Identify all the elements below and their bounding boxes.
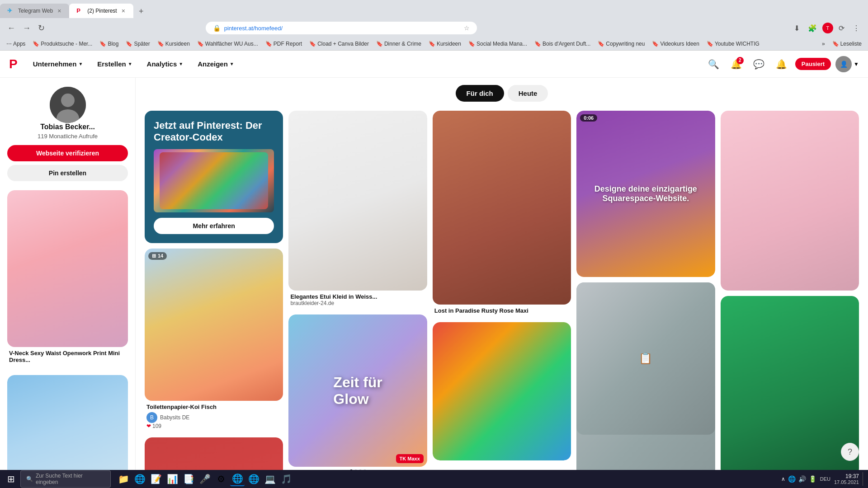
nav-analytics[interactable]: Analytics ▼ [141, 56, 190, 71]
taskbar-app-chrome[interactable]: 🌐 [132, 472, 147, 486]
bookmark-bois[interactable]: 🔖 Bois d'Argent Duft... [532, 40, 593, 48]
nav-erstellen[interactable]: Erstellen ▼ [91, 56, 138, 71]
taskbar-app-music[interactable]: 🎵 [279, 472, 293, 486]
glow-ad-image-container: Zeit fürGlow TK Maxx [288, 314, 427, 467]
notifications-badge: 2 [736, 57, 744, 64]
taskbar-search-label: Zur Suche Text hier eingeben [36, 473, 105, 485]
pinterest-tab-close[interactable]: × [121, 6, 126, 15]
taskbar-app-terminal[interactable]: 💻 [263, 472, 277, 486]
back-button[interactable]: ← [5, 22, 17, 35]
pin-money-gift[interactable]: 📋 Personalized money gift "NIX" for birt… [576, 282, 715, 488]
video-duration-badge: 0:06 [580, 114, 597, 122]
bookmark-kursideen2[interactable]: 🔖 Kursideen [426, 40, 464, 48]
sidebar-image-1 [7, 190, 128, 347]
taskbar-app-browser1[interactable]: 🌐 [230, 472, 245, 486]
systray-volume-icon[interactable]: 🔊 [798, 475, 806, 483]
taskbar-app-word[interactable]: 📝 [149, 472, 163, 486]
white-dress-info: Elegantes Etui Kleid in Weiss... brautkl… [288, 291, 427, 309]
download-button[interactable]: ⬇ [791, 22, 802, 34]
taskbar-search-icon: 🔍 [26, 476, 33, 482]
apps-icon: ⋯ [6, 41, 12, 47]
nav-erstellen-label: Erstellen [97, 60, 126, 68]
bookmark-produktsuche[interactable]: 🔖 Produktsuche - Mer... [30, 40, 95, 48]
avatar-button[interactable]: 👤 ▼ [835, 56, 859, 72]
sync-button[interactable]: ⟳ [836, 22, 847, 34]
taskbar-app-excel[interactable]: 📊 [165, 472, 179, 486]
sidebar-pin-title-1: V-Neck Sexy Waist Openwork Print Mini Dr… [9, 350, 126, 363]
bookmark-youtube[interactable]: 🔖 Youtube WICHTIG [704, 40, 762, 48]
taskbar-app-mic[interactable]: 🎤 [198, 472, 212, 486]
telegram-tab-close[interactable]: × [57, 6, 62, 15]
sidebar-images: V-Neck Sexy Waist Openwork Print Mini Dr… [7, 190, 128, 488]
pin-squarespace[interactable]: Designe deine einzigartige Squarespace-W… [576, 111, 715, 277]
filter-heute[interactable]: Heute [508, 85, 548, 102]
bookmark-spaeter[interactable]: 🔖 Später [123, 40, 152, 48]
bell-button[interactable]: 🔔 [773, 55, 791, 73]
bookmark-canva[interactable]: 🔖 Cload + Canva Bilder [307, 40, 372, 48]
reload-button[interactable]: ↻ [36, 21, 47, 35]
paused-button[interactable]: Pausiert [795, 58, 831, 70]
sidebar-pin-1[interactable]: V-Neck Sexy Waist Openwork Print Mini Dr… [7, 190, 128, 366]
lock-icon: 🔒 [213, 24, 221, 32]
bookmark-apps[interactable]: ⋯ Apps [4, 40, 28, 48]
nav-unternehmen-label: Unternehmen [33, 60, 77, 68]
bookmark-icon-11: 🔖 [534, 41, 541, 47]
pin-green-dress[interactable] [721, 296, 859, 476]
bookmark-blog[interactable]: 🔖 Blog [97, 40, 121, 48]
bookmark-icon-13: 🔖 [652, 41, 659, 47]
bookmark-social-media[interactable]: 🔖 Social Media Mana... [466, 40, 530, 48]
start-button[interactable]: ⊞ [4, 472, 19, 486]
pin-bowls[interactable] [433, 322, 571, 460]
taskbar-app-powerpoint[interactable]: 📑 [181, 472, 196, 486]
taskbar-app-browser2[interactable]: 🌐 [246, 472, 261, 486]
taskbar: ⊞ 🔍 Zur Suche Text hier eingeben 📁 🌐 📝 📊… [0, 470, 868, 488]
bookmark-dinner[interactable]: 🔖 Dinner & Crime [373, 40, 424, 48]
pin-white-dress[interactable]: Elegantes Etui Kleid in Weiss... brautkl… [288, 111, 427, 309]
pin-pink-dress2[interactable] [721, 111, 859, 291]
bookmark-copywriting[interactable]: 🔖 Copywriting neu [595, 40, 647, 48]
promo-mehr-erfahren-button[interactable]: Mehr erfahren [154, 218, 274, 234]
pinterest-logo[interactable]: P [9, 57, 18, 71]
bookmark-icon-15: 🔖 [832, 41, 839, 47]
nav-anzeigen-arrow: ▼ [230, 61, 234, 66]
tab-pinterest[interactable]: P (2) Pinterest × [69, 4, 133, 18]
verify-website-button[interactable]: Webseite verifizieren [7, 145, 128, 161]
bookmark-more[interactable]: » [819, 40, 828, 48]
forward-button[interactable]: → [21, 22, 33, 35]
url-text: pinterest.at/homefeed/ [224, 25, 460, 32]
tab-telegram[interactable]: ✈ Telegram Web × [0, 4, 69, 18]
bookmark-leseliste[interactable]: 🔖 Leseliste [830, 40, 864, 48]
help-button[interactable]: ? [841, 443, 859, 461]
bookmark-icon-5: 🔖 [197, 41, 204, 47]
messages-button[interactable]: 💬 [750, 55, 768, 73]
bookmark-kursideen1[interactable]: 🔖 Kursideen [155, 40, 193, 48]
star-icon[interactable]: ☆ [464, 24, 470, 32]
extensions-button[interactable]: 🧩 [805, 22, 820, 34]
taskbar-app-settings[interactable]: ⚙ [214, 472, 228, 486]
promo-card[interactable]: Jetzt auf Pinterest: Der Creator-Codex M… [145, 111, 283, 243]
bookmark-pdf[interactable]: 🔖 PDF Report [263, 40, 305, 48]
koi-count-badge: ⊞ 14 [148, 252, 167, 260]
url-bar[interactable]: 🔒 pinterest.at/homefeed/ ☆ [206, 22, 477, 34]
nav-anzeigen[interactable]: Anzeigen ▼ [191, 56, 241, 71]
systray-up-arrow[interactable]: ∧ [781, 476, 785, 482]
new-tab-button[interactable]: + [135, 5, 147, 18]
settings-button[interactable]: ⋮ [850, 22, 863, 34]
bookmark-icon-1: 🔖 [33, 41, 39, 47]
notifications-button[interactable]: 🔔 2 [727, 55, 745, 73]
pin-koi[interactable]: ⊞ 14 Toilettenpapier-Koi Fisch B Babysit… [145, 249, 283, 432]
nav-unternehmen[interactable]: Unternehmen ▼ [27, 56, 90, 71]
pink-dress2-image [721, 111, 859, 291]
taskbar-app-explorer[interactable]: 📁 [116, 472, 131, 486]
create-pin-button[interactable]: Pin erstellen [7, 165, 128, 181]
profile-button[interactable]: T [822, 23, 833, 33]
filter-fur-dich[interactable]: Für dich [456, 85, 504, 102]
bookmark-wahlfaecher[interactable]: 🔖 Wahlfächer WU Aus... [194, 40, 261, 48]
taskbar-clock[interactable]: 19:37 17.05.2021 [834, 473, 859, 485]
taskbar-search[interactable]: 🔍 Zur Suche Text hier eingeben [20, 470, 111, 488]
taskbar-show-desktop[interactable] [863, 472, 864, 486]
bookmark-videokurs[interactable]: 🔖 Videokurs Ideen [649, 40, 702, 48]
pin-rusty-dress[interactable]: Lost in Paradise Rusty Rose Maxi [433, 111, 571, 317]
search-button[interactable]: 🔍 [705, 55, 723, 73]
pin-glow-ad[interactable]: Zeit fürGlow TK Maxx Zeit für Glow [288, 314, 427, 488]
